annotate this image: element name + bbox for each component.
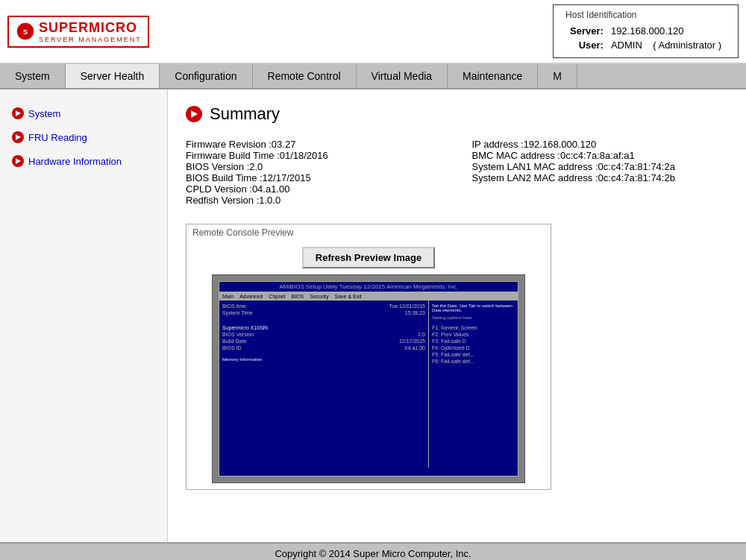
nav-more[interactable]: M [538, 64, 577, 88]
ip-address-label: IP address : [472, 139, 524, 150]
bios-build-time-value: 12/17/2015 [263, 172, 311, 183]
sidebar-fru-label: FRU Reading [28, 132, 87, 143]
host-id-table: Server: 192.168.000.120 User: ADMIN ( Ad… [565, 23, 726, 53]
redfish-version-label: Redfish Version : [186, 195, 259, 206]
logo-area: S SUPERMICRO SERVER MANAGEMENT [7, 16, 149, 48]
nav-virtual-media[interactable]: Virtual Media [357, 64, 448, 88]
lan2-mac-value: 0c:c4:7a:81:74:2b [598, 172, 675, 183]
refresh-preview-button[interactable]: Refresh Preview Image [302, 247, 435, 268]
firmware-revision-value: 03.27 [272, 139, 296, 150]
server-label: Server: [567, 25, 606, 37]
footer: Copyright © 2014 Super Micro Computer, I… [0, 542, 746, 560]
footer-text: Copyright © 2014 Super Micro Computer, I… [275, 548, 471, 559]
user-label: User: [567, 39, 606, 51]
lan1-mac-label: System LAN1 MAC address : [472, 161, 598, 172]
bios-version-row: BIOS Version : 2.0 [186, 161, 442, 172]
hardware-arrow-icon [12, 155, 24, 167]
bios-build-time-row: BIOS Build Time : 12/17/2015 [186, 172, 442, 183]
sidebar-item-hardware-information[interactable]: Hardware Information [0, 149, 167, 173]
sidebar-system-label: System [28, 108, 60, 119]
firmware-build-time-value: 01/18/2016 [280, 150, 328, 161]
firmware-build-time-row: Firmware Build Time : 01/18/2016 [186, 150, 442, 161]
ip-address-row: IP address : 192.168.000.120 [472, 139, 729, 150]
sidebar-item-fru-reading[interactable]: FRU Reading [0, 125, 167, 149]
navbar: System Server Health Configuration Remot… [0, 64, 746, 89]
bmc-mac-row: BMC MAC address : 0c:c4:7a:8a:af:a1 [472, 150, 729, 161]
logo-sub: SERVER MANAGEMENT [39, 36, 142, 43]
logo-box: S SUPERMICRO SERVER MANAGEMENT [7, 16, 149, 48]
host-identification: Host Identification Server: 192.168.000.… [553, 4, 739, 58]
bmc-mac-value: 0c:c4:7a:8a:af:a1 [560, 150, 635, 161]
ip-address-value: 192.168.000.120 [524, 139, 597, 150]
bios-menu-bar: MainAdvancedChpsetBIOSSecuritySave & Exi… [219, 292, 518, 301]
firmware-build-time-label: Firmware Build Time : [186, 150, 280, 161]
bios-build-time-label: BIOS Build Time : [186, 172, 263, 183]
main-content: Summary Firmware Revision : 03.27 Firmwa… [168, 89, 746, 542]
cpld-version-row: CPLD Version : 04.a1.00 [186, 183, 442, 195]
nav-server-health[interactable]: Server Health [66, 64, 160, 88]
redfish-version-value: 1.0.0 [259, 195, 280, 206]
cpld-version-label: CPLD Version : [186, 183, 252, 195]
nav-configuration[interactable]: Configuration [160, 64, 252, 88]
bios-body: BIOS timeTue 12/01/2015 System Time15:38… [219, 301, 518, 468]
bios-preview-image: AMIBIOS Setup Utility Tuesday 12/2015 Am… [212, 274, 525, 483]
nav-remote-control[interactable]: Remote Control [253, 64, 357, 88]
bios-version-label: BIOS Version : [186, 161, 249, 172]
nav-maintenance[interactable]: Maintenance [448, 64, 538, 88]
bios-header-bar: AMIBIOS Setup Utility Tuesday 12/2015 Am… [219, 282, 518, 292]
bios-right-panel: Set the Date. Use Tab to switch between … [428, 301, 518, 468]
redfish-version-row: Redfish Version : 1.0.0 [186, 195, 442, 206]
sidebar-item-system[interactable]: System [0, 101, 167, 125]
preview-content: Refresh Preview Image AMIBIOS Setup Util… [186, 241, 551, 489]
logo-text: SUPERMICRO [39, 20, 142, 36]
supermicro-logo-icon: S [15, 21, 36, 42]
bios-inner: AMIBIOS Setup Utility Tuesday 12/2015 Am… [219, 281, 518, 476]
lan1-mac-value: 0c:c4:7a:81:74:2a [598, 161, 675, 172]
user-role: ( Administrator ) [653, 40, 721, 51]
sidebar: System FRU Reading Hardware Information [0, 89, 168, 542]
system-arrow-icon [12, 107, 24, 119]
bios-left-panel: BIOS timeTue 12/01/2015 System Time15:38… [219, 301, 428, 468]
page-header: S SUPERMICRO SERVER MANAGEMENT Host Iden… [0, 0, 746, 64]
fru-arrow-icon [12, 131, 24, 143]
cpld-version-value: 04.a1.00 [252, 183, 290, 195]
host-id-title: Host Identification [565, 10, 726, 20]
summary-title: Summary [210, 104, 280, 124]
nav-system[interactable]: System [0, 64, 66, 88]
preview-section-title: Remote Console Preview [186, 224, 551, 241]
lan1-mac-row: System LAN1 MAC address : 0c:c4:7a:81:74… [472, 161, 729, 172]
svg-text:S: S [23, 28, 28, 36]
firmware-revision-row: Firmware Revision : 03.27 [186, 139, 442, 150]
user-name: ADMIN [611, 40, 642, 51]
bmc-mac-label: BMC MAC address : [472, 150, 560, 161]
bios-version-value: 2.0 [249, 161, 263, 172]
page-title: Summary [186, 104, 728, 124]
lan2-mac-row: System LAN2 MAC address : 0c:c4:7a:81:74… [472, 172, 729, 183]
lan2-mac-label: System LAN2 MAC address : [472, 172, 598, 183]
sidebar-hardware-label: Hardware Information [28, 156, 122, 167]
server-value: 192.168.000.120 [608, 25, 724, 37]
info-grid: Firmware Revision : 03.27 Firmware Build… [186, 139, 728, 206]
firmware-revision-label: Firmware Revision : [186, 139, 272, 150]
content-area: System FRU Reading Hardware Information … [0, 89, 746, 542]
title-arrow-icon [186, 106, 202, 122]
preview-section: Remote Console Preview Refresh Preview I… [186, 224, 551, 490]
user-value: ADMIN ( Administrator ) [608, 39, 724, 51]
